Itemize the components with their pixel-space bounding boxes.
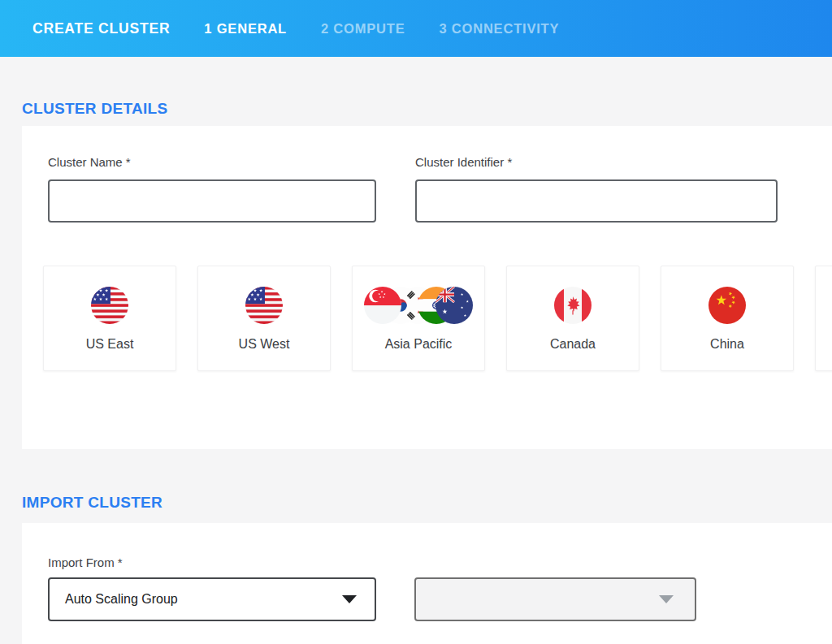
region-label: China xyxy=(710,337,744,352)
region-label: US East xyxy=(86,337,134,352)
cluster-name-field-group: Cluster Name * xyxy=(48,155,376,223)
wizard-header: CREATE CLUSTER 1 GENERAL 2 COMPUTE 3 CON… xyxy=(0,0,832,57)
region-card-china[interactable]: China xyxy=(661,266,794,371)
cluster-form-row: Cluster Name * Cluster Identifier * xyxy=(48,155,832,223)
region-card-us-east[interactable]: US East xyxy=(43,266,176,371)
chevron-down-icon xyxy=(659,595,674,603)
tab-general[interactable]: 1 GENERAL xyxy=(204,21,287,37)
cluster-identifier-field-group: Cluster Identifier * xyxy=(415,155,778,223)
import-cluster-heading: IMPORT CLUSTER xyxy=(22,494,832,512)
us-flag-icon xyxy=(91,287,128,324)
canada-flag-icon xyxy=(554,287,592,324)
cluster-identifier-input[interactable] xyxy=(415,179,778,223)
import-dropdown-row: Auto Scaling Group xyxy=(48,577,832,621)
tab-compute[interactable]: 2 COMPUTE xyxy=(321,21,405,37)
cluster-name-label: Cluster Name * xyxy=(48,155,376,169)
region-label: US West xyxy=(239,337,290,352)
region-card-us-west[interactable]: US West xyxy=(197,266,331,371)
chevron-down-icon xyxy=(342,595,357,603)
asia-pacific-flags xyxy=(364,287,473,324)
wizard-tabs: 1 GENERAL 2 COMPUTE 3 CONNECTIVITY xyxy=(204,21,559,37)
us-flag-icon xyxy=(245,287,283,324)
cluster-identifier-label: Cluster Identifier * xyxy=(415,155,778,169)
region-card-partial[interactable] xyxy=(815,266,832,371)
region-label: Asia Pacific xyxy=(385,337,453,352)
import-from-label: Import From * xyxy=(48,555,832,569)
china-flag-icon xyxy=(708,287,746,324)
import-cluster-card: Import From * Auto Scaling Group xyxy=(22,523,832,644)
import-source-dropdown[interactable] xyxy=(414,577,696,621)
page-title: CREATE CLUSTER xyxy=(32,20,170,37)
cluster-details-heading: CLUSTER DETAILS xyxy=(22,100,832,118)
import-from-dropdown[interactable]: Auto Scaling Group xyxy=(48,577,376,621)
cluster-name-input[interactable] xyxy=(48,179,376,223)
import-from-selected-value: Auto Scaling Group xyxy=(65,592,178,607)
cluster-details-card: Cluster Name * Cluster Identifier * xyxy=(22,126,832,449)
region-selector-row: US East xyxy=(43,266,832,371)
tab-connectivity[interactable]: 3 CONNECTIVITY xyxy=(439,21,559,37)
region-card-asia-pacific[interactable]: Asia Pacific xyxy=(352,266,485,371)
region-card-canada[interactable]: Canada xyxy=(506,266,639,371)
region-label: Canada xyxy=(550,337,596,352)
